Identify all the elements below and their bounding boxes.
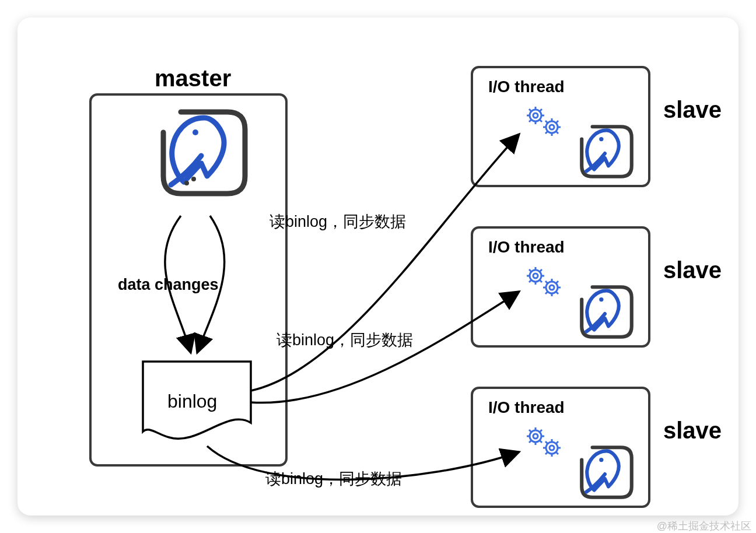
io-thread-label-3: I/O thread	[488, 398, 565, 417]
io-thread-label-2: I/O thread	[488, 238, 565, 257]
svg-point-0	[192, 129, 198, 135]
sync-label-3: 读binlog，同步数据	[265, 468, 402, 489]
sync-label-1: 读binlog，同步数据	[270, 211, 406, 232]
sync-arrows	[18, 17, 192, 105]
slave-title-1: slave	[663, 97, 722, 123]
io-thread-label-1: I/O thread	[488, 78, 565, 96]
slave-title-3: slave	[663, 418, 722, 444]
sync-label-2: 读binlog，同步数据	[276, 329, 413, 350]
watermark: @稀土掘金技术社区	[657, 519, 751, 533]
slave-title-2: slave	[663, 257, 722, 283]
binlog-label: binlog	[167, 391, 217, 412]
svg-point-1	[184, 181, 189, 185]
svg-point-63	[599, 137, 603, 141]
card-container: master data changes binlog slave I/O thr…	[18, 17, 738, 516]
svg-point-2	[191, 177, 196, 181]
svg-point-64	[599, 297, 603, 301]
mysql-icon	[575, 440, 639, 507]
mysql-icon	[152, 100, 257, 208]
svg-point-65	[599, 458, 603, 462]
data-changes-label: data changes	[118, 276, 219, 294]
mysql-icon	[575, 280, 639, 346]
mysql-icon	[575, 120, 639, 186]
